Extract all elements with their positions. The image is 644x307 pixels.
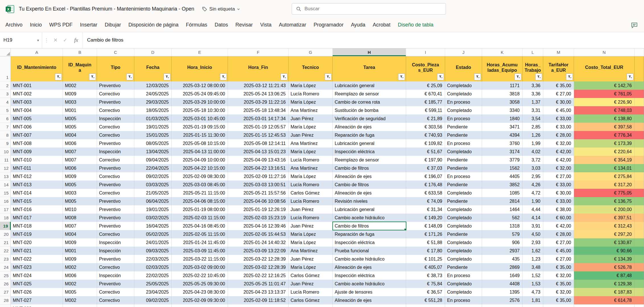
cell-J5[interactable]: Completado [445, 106, 482, 114]
row-header-7[interactable]: 7 [0, 123, 11, 131]
cell-L7[interactable]: 2,85 [522, 123, 543, 131]
cell-G19[interactable]: Juan Pérez [289, 222, 333, 230]
cell-C25[interactable]: Inspección [97, 271, 134, 280]
cell-B5[interactable]: M001 [63, 106, 97, 114]
cell-K23[interactable]: 435 [482, 255, 522, 263]
cell-J6[interactable]: En proceso [445, 114, 482, 123]
cell-C7[interactable]: Correctivo [97, 123, 134, 131]
cell-M7[interactable]: € 33,00 [543, 123, 574, 131]
menu-tab-disposición-de-página[interactable]: Disposición de página [125, 22, 182, 28]
cell-F7[interactable]: 2025-01-19 12:05:57 [228, 123, 289, 131]
cell-H24[interactable]: Alineación de ejes [333, 263, 406, 271]
column-header-letter-N[interactable]: N [574, 48, 635, 56]
cell-B12[interactable]: M006 [63, 164, 97, 172]
cell-C3[interactable]: Correctivo [97, 90, 134, 98]
cell-C22[interactable]: Inspección [97, 247, 134, 255]
column-header-Horas_Acumuladas_Equipo[interactable]: Horas_Acumuladas_Equipo [482, 56, 522, 81]
cell-E14[interactable]: 2025-03-03 08:45:00 [172, 181, 228, 189]
cell-F22[interactable]: 2025-03-09 13:22:09 [228, 247, 289, 255]
cell-I17[interactable]: € 31,34 [406, 205, 445, 214]
cell-F4[interactable]: 2025-03-29 11:22:16 [228, 98, 289, 106]
cell-C2[interactable]: Preventivo [97, 81, 134, 90]
cell-partial[interactable] [522, 304, 543, 307]
cell-J25[interactable]: En proceso [445, 271, 482, 280]
cell-M26[interactable]: € 35,00 [543, 280, 574, 288]
cell-partial[interactable] [228, 304, 289, 307]
cell-D22[interactable]: 09/03/2025 [134, 247, 172, 255]
row-header-3[interactable]: 3 [0, 90, 11, 98]
cell-L10[interactable]: 4,02 [522, 148, 543, 156]
cell-overflow-18[interactable] [635, 214, 644, 222]
cell-C9[interactable]: Preventivo [97, 139, 134, 148]
cell-K15[interactable]: 1085 [482, 189, 522, 197]
cell-L26[interactable]: 1,53 [522, 280, 543, 288]
cell-J26[interactable]: Completado [445, 280, 482, 288]
cell-A27[interactable]: MNT-026 [11, 288, 63, 296]
cell-I4[interactable]: € 185,77 [406, 98, 445, 106]
cell-K5[interactable]: 3340 [482, 106, 522, 114]
column-header-letter-J[interactable]: J [445, 48, 482, 56]
row-header-19[interactable]: 19 [0, 222, 11, 230]
cell-B18[interactable]: M008 [63, 214, 97, 222]
cell-M27[interactable]: € 32,00 [543, 288, 574, 296]
cell-N9[interactable]: € 173,39 [574, 139, 635, 148]
cell-H19[interactable]: Cambio de filtros [333, 222, 406, 230]
row-header-29[interactable]: 29 [0, 304, 11, 307]
cell-overflow-27[interactable] [635, 288, 644, 296]
cell-K24[interactable]: 2869 [482, 263, 522, 271]
cell-N5[interactable]: € 748,03 [574, 106, 635, 114]
cell-N2[interactable]: € 142,76 [574, 81, 635, 90]
cell-partial[interactable] [172, 304, 228, 307]
cell-N28[interactable]: € 614,78 [574, 296, 635, 304]
cell-J16[interactable]: Pendiente [445, 197, 482, 205]
cell-G26[interactable]: Juan Pérez [289, 280, 333, 288]
cell-G24[interactable]: María López [289, 263, 333, 271]
row-header-22[interactable]: 22 [0, 247, 11, 255]
cell-L25[interactable]: 1,52 [522, 271, 543, 280]
cell-A18[interactable]: MNT-017 [11, 214, 63, 222]
cell-I2[interactable]: € 25,09 [406, 81, 445, 90]
cell-I22[interactable]: € 17,80 [406, 247, 445, 255]
cell-G5[interactable]: Ana Martínez [289, 106, 333, 114]
cell-C28[interactable]: Correctivo [97, 296, 134, 304]
cell-A9[interactable]: MNT-008 [11, 139, 63, 148]
cell-J27[interactable]: Completado [445, 288, 482, 296]
cell-L19[interactable]: 3,91 [522, 222, 543, 230]
cell-B27[interactable]: M005 [63, 288, 97, 296]
cell-H21[interactable]: Inspección eléctrica [333, 238, 406, 247]
cell-G28[interactable]: Carlos Gómez [289, 296, 333, 304]
cell-K12[interactable]: 1562 [482, 164, 522, 172]
cell-F18[interactable]: 2025-02-03 15:23:19 [228, 214, 289, 222]
insert-function-button[interactable]: fx [70, 32, 83, 48]
cell-F15[interactable]: 2025-05-21 15:57:56 [228, 189, 289, 197]
cell-I12[interactable]: € 37,03 [406, 164, 445, 172]
cell-D4[interactable]: 29/03/2025 [134, 98, 172, 106]
cell-E2[interactable]: 2025-03-12 08:00:00 [172, 81, 228, 90]
cell-A24[interactable]: MNT-023 [11, 263, 63, 271]
cell-A16[interactable]: MNT-015 [11, 197, 63, 205]
cell-partial[interactable] [289, 304, 333, 307]
cell-partial[interactable] [482, 304, 522, 307]
cell-A14[interactable]: MNT-013 [11, 181, 63, 189]
cell-K18[interactable]: 562 [482, 214, 522, 222]
column-header-Costo_Piezas_EUR[interactable]: Costo_Piezas_EUR [406, 56, 445, 81]
cell-G11[interactable]: Lucía Romero [289, 156, 333, 164]
cell-D28[interactable]: 09/02/2025 [134, 296, 172, 304]
cell-overflow-10[interactable] [635, 148, 644, 156]
cell-overflow-17[interactable] [635, 205, 644, 214]
cell-M8[interactable]: € 28,00 [543, 131, 574, 139]
cell-D10[interactable]: 13/04/2025 [134, 148, 172, 156]
cell-I24[interactable]: € 405,07 [406, 263, 445, 271]
cell-overflow-2[interactable] [635, 81, 644, 90]
cell-overflow-26[interactable] [635, 280, 644, 288]
cell-M24[interactable]: € 35,00 [543, 263, 574, 271]
cell-K28[interactable]: 2576 [482, 296, 522, 304]
cell-F13[interactable]: 2025-02-09 11:27:16 [228, 172, 289, 181]
cell-E11[interactable]: 2025-04-09 10:00:00 [172, 156, 228, 164]
cell-N27[interactable]: € 187,83 [574, 288, 635, 296]
cell-I19[interactable]: € 148,09 [406, 222, 445, 230]
cell-F14[interactable]: 2025-03-03 13:00:51 [228, 181, 289, 189]
cell-L23[interactable]: 1,23 [522, 255, 543, 263]
cell-D26[interactable]: 25/05/2025 [134, 280, 172, 288]
cell-E19[interactable]: 2025-04-16 08:45:00 [172, 222, 228, 230]
